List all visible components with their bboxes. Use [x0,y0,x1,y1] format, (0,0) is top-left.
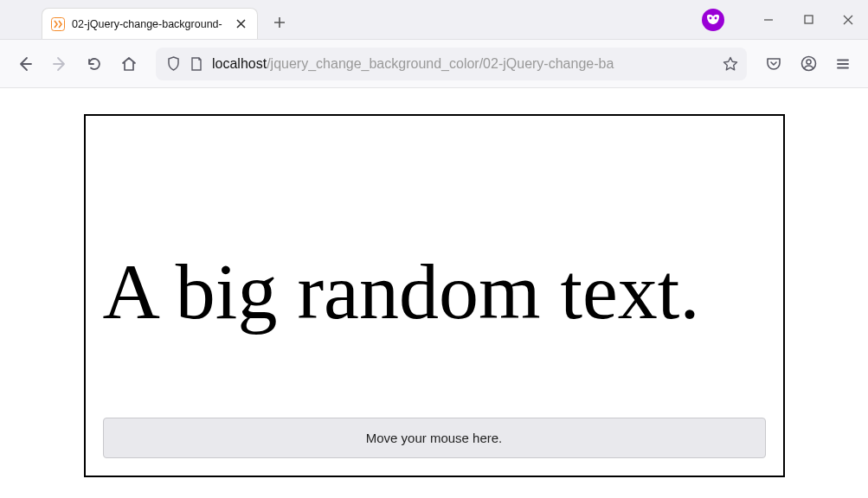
bookmark-button[interactable] [723,56,738,72]
shield-icon[interactable] [166,56,181,71]
arrow-right-icon [52,56,68,72]
minimize-button[interactable] [749,4,788,35]
app-menu-button[interactable] [828,49,858,79]
big-random-text: A big random text. [103,252,766,331]
back-button[interactable] [10,49,40,79]
svg-point-1 [710,16,712,19]
pocket-icon [766,56,781,72]
browser-tab-active[interactable]: 02-jQuery-change-background- [42,8,258,39]
svg-point-2 [715,16,717,19]
account-icon [800,55,817,72]
tab-strip: 02-jQuery-change-background- [0,0,293,39]
maximize-button[interactable] [788,4,828,35]
tab-title: 02-jQuery-change-background- [72,18,226,30]
minimize-icon [763,15,774,25]
window-controls [749,0,868,39]
close-icon [843,15,853,25]
plus-icon [273,16,286,29]
close-icon [236,19,246,29]
star-icon [723,56,738,72]
svg-point-5 [806,60,810,64]
mouse-hover-button[interactable]: Move your mouse here. [103,418,766,458]
maximize-icon [804,15,813,24]
url-path: /jquery_change_background_color/02-jQuer… [267,56,614,71]
content-box: A big random text. Move your mouse here. [84,114,785,477]
reload-button[interactable] [80,49,109,79]
svg-rect-3 [805,16,813,23]
forward-button[interactable] [45,49,74,79]
page-info-icon[interactable] [190,57,203,71]
home-button[interactable] [114,49,144,79]
reload-icon [87,56,102,72]
new-tab-button[interactable] [267,10,293,35]
url-host: localhost [212,56,267,71]
home-icon [121,56,137,72]
arrow-left-icon [17,56,33,72]
close-window-button[interactable] [828,4,868,35]
page-viewport: A big random text. Move your mouse here. [0,88,868,498]
close-tab-button[interactable] [233,16,248,32]
hamburger-icon [836,57,850,71]
address-bar[interactable]: localhost/jquery_change_background_color… [156,48,747,80]
pocket-button[interactable] [759,49,788,79]
profile-avatar[interactable] [702,9,724,31]
account-button[interactable] [794,49,823,79]
browser-toolbar: localhost/jquery_change_background_color… [0,40,868,88]
window-titlebar: 02-jQuery-change-background- [0,0,868,40]
xampp-favicon-icon [51,17,65,31]
mask-icon [705,14,721,26]
url-text: localhost/jquery_change_background_color… [212,56,714,72]
